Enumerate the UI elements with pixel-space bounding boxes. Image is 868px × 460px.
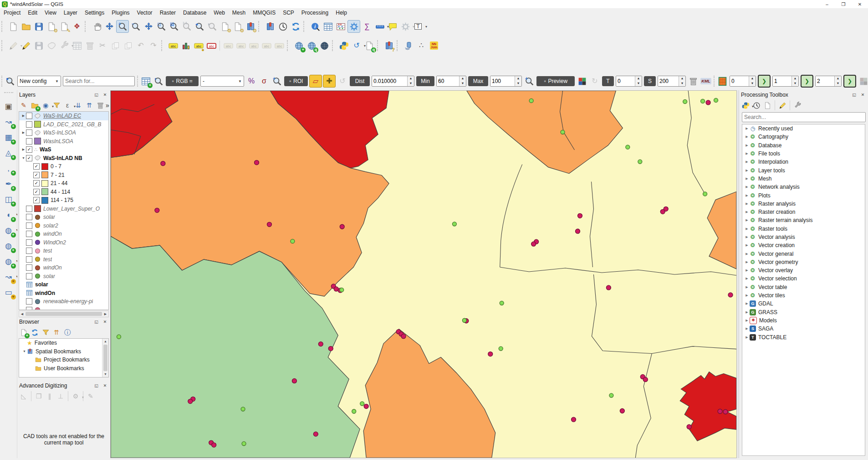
expander-icon[interactable]: ▶ xyxy=(744,302,750,305)
toggle-editing[interactable] xyxy=(20,40,32,52)
menu-mmqgis[interactable]: MMQGIS xyxy=(249,8,279,17)
expander-icon[interactable]: ▶ xyxy=(744,202,750,206)
add-postgis-layer[interactable]: ◖+▾ xyxy=(2,208,15,221)
parallel-constraint[interactable]: ∥ xyxy=(45,391,55,401)
layer-item-lower-layer-super-o[interactable]: Lower_Layer_Super_O xyxy=(19,205,108,213)
toolbox-group-interpolation[interactable]: ▶❂Interpolation xyxy=(742,158,865,166)
expander-icon[interactable]: ▶ xyxy=(744,310,750,314)
filter-browser[interactable] xyxy=(41,327,51,337)
browser-float-icon[interactable]: ◱ xyxy=(93,319,100,326)
layer-item-windon[interactable]: windOn xyxy=(19,264,108,272)
expander-icon[interactable]: ▶ xyxy=(21,148,26,151)
expander-icon[interactable]: ▶ xyxy=(744,177,750,181)
scp-s-value[interactable]: ▲▼ xyxy=(658,76,686,87)
menu-view[interactable]: View xyxy=(41,8,60,17)
layer-item-solar2[interactable]: solar2 xyxy=(19,222,108,230)
expander-icon[interactable]: ▶ xyxy=(744,319,750,322)
expander-icon[interactable]: ▶ xyxy=(744,185,750,189)
change-label-properties[interactable] xyxy=(273,40,285,52)
toolbox-group-vector-selection[interactable]: ▶❂Vector selection xyxy=(742,274,865,283)
toolbox-group-grass[interactable]: ▶GGRASS xyxy=(742,308,865,316)
layer-checkbox[interactable]: ✓ xyxy=(26,146,32,153)
browser-item-project-bookmarks[interactable]: Project Bookmarks xyxy=(19,356,108,364)
toolbox-group-raster-analysis[interactable]: ▶❂Raster analysis xyxy=(742,200,865,208)
scp-rgb-composite[interactable] xyxy=(576,75,588,87)
map-tips[interactable] xyxy=(387,21,398,32)
layer-checkbox[interactable] xyxy=(26,264,32,271)
zoom-out[interactable]: − xyxy=(130,21,142,32)
search-layers[interactable] xyxy=(318,40,330,52)
layer-item-renewable-energy-pl[interactable]: renewable-energy-pl xyxy=(19,297,108,306)
scp-redo-preview[interactable]: ↻ xyxy=(589,75,601,87)
construction-mode[interactable]: ❒ xyxy=(34,391,44,401)
manage-map-themes[interactable]: ◉▾ xyxy=(41,100,51,110)
models-menu[interactable]: ▾ xyxy=(740,100,751,110)
add-xyz-layer[interactable]: ◍+ xyxy=(2,239,15,252)
add-gps-device[interactable]: ▭✳ xyxy=(2,286,15,299)
processing-history[interactable]: ↺▾ xyxy=(351,40,363,52)
layer-item-wasinlsoa[interactable]: WasInLSOA xyxy=(19,137,108,146)
processing-toolbox-toggle[interactable] xyxy=(347,20,360,33)
layer-item-solar[interactable]: solar xyxy=(19,213,108,222)
scp-delete-signature[interactable] xyxy=(687,75,699,87)
scp-add-roi[interactable]: ✚ xyxy=(323,75,336,88)
digitize-with-shape[interactable] xyxy=(46,40,57,52)
python-console[interactable] xyxy=(338,40,350,52)
layer-checkbox[interactable] xyxy=(26,248,32,254)
add-wms-layer[interactable]: ◍+▾ xyxy=(2,224,15,237)
rotate-label[interactable] xyxy=(260,40,272,52)
scp-stddev-stretch[interactable]: σ xyxy=(258,75,270,87)
toolbox-float-icon[interactable]: ◱ xyxy=(851,92,858,98)
browser-item-user-bookmarks[interactable]: User Bookmarks xyxy=(19,364,108,373)
scp-band-set[interactable]: + xyxy=(140,75,152,87)
layer-checkbox[interactable] xyxy=(26,298,32,305)
browser-vertical-scrollbar[interactable]: ▲▼ xyxy=(102,339,108,377)
zoom-last[interactable]: ◂ xyxy=(194,21,205,32)
perpendicular-constraint[interactable]: ⊥ xyxy=(56,391,66,401)
paste-features[interactable] xyxy=(122,40,134,52)
add-vector-layer[interactable]: ↝+ xyxy=(2,115,15,128)
map-canvas[interactable] xyxy=(110,90,737,458)
layer-checkbox[interactable] xyxy=(26,129,32,136)
layer-checkbox[interactable]: ✓ xyxy=(33,163,40,170)
zoom-to-selection[interactable]: ◻ xyxy=(155,21,167,32)
expander-icon[interactable]: ▶ xyxy=(744,152,750,155)
menu-plugins[interactable]: Plugins xyxy=(108,8,133,17)
move-label[interactable] xyxy=(248,40,260,52)
toolbox-group-file-tools[interactable]: ▶❂File tools xyxy=(742,150,865,158)
open-layer-styling[interactable]: ✎ xyxy=(19,100,29,110)
toolbox-group-vector-analysis[interactable]: ▶❂Vector analysis xyxy=(742,233,865,241)
save-layer-edits[interactable] xyxy=(33,40,45,52)
vertex-tool[interactable]: ∴ xyxy=(415,40,427,52)
toolbox-group-mesh[interactable]: ▶❂Mesh xyxy=(742,175,865,183)
processing-history-btn[interactable] xyxy=(751,100,761,110)
expander-icon[interactable]: ▶ xyxy=(744,285,750,289)
scp-dist-value[interactable]: ▲▼ xyxy=(372,76,414,87)
zoom-to-layer[interactable]: ▤ xyxy=(168,21,180,32)
log-messages[interactable]: q xyxy=(363,40,375,52)
menu-processing[interactable]: Processing xyxy=(298,8,332,17)
toolbox-group-layer-tools[interactable]: ▶❂Layer tools xyxy=(742,166,865,174)
layer-item-was[interactable]: ▶✓∴WaS xyxy=(19,145,108,154)
menu-scp[interactable]: SCP xyxy=(279,8,298,17)
layer-item-was-inlad-ec[interactable]: ▶WaS-InLAD EC xyxy=(19,112,108,120)
scp-preview-zoom[interactable]: + xyxy=(523,75,535,87)
refresh-map[interactable] xyxy=(290,21,301,32)
scp-band-2[interactable]: ▲▼ xyxy=(815,76,842,87)
expander-icon[interactable]: ▶ xyxy=(744,227,750,231)
layer-item-test[interactable]: test xyxy=(19,247,108,255)
toolbox-search-input[interactable] xyxy=(742,112,866,122)
pin-labels[interactable]: ● xyxy=(193,40,204,52)
layer-checkbox[interactable] xyxy=(26,214,32,220)
spatial-bookmarks-manager[interactable]: ⚙ xyxy=(245,21,256,32)
pin-unpin-labels[interactable] xyxy=(222,40,234,52)
scroll-left-icon[interactable]: ◀ xyxy=(19,312,25,316)
menu-settings[interactable]: Settings xyxy=(81,8,108,17)
expander-icon[interactable]: ▼ xyxy=(22,350,27,353)
save-project-as[interactable]: ⚙ xyxy=(46,21,57,32)
scp-band-1[interactable]: ▲▼ xyxy=(772,76,799,87)
expander-icon[interactable]: ▶ xyxy=(21,131,26,134)
expander-icon[interactable]: ▶ xyxy=(744,210,750,214)
filter-by-expression[interactable]: ε▾ xyxy=(62,100,72,110)
open-project[interactable] xyxy=(20,21,32,32)
